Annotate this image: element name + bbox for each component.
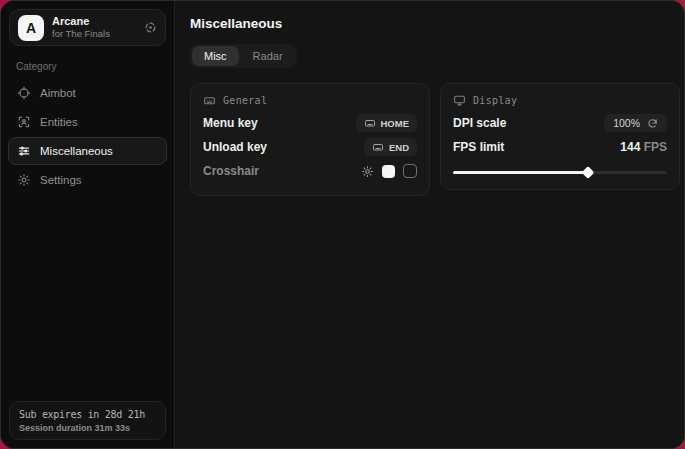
sidebar-item-label: Entities	[40, 116, 78, 128]
dpi-scale-label: DPI scale	[453, 116, 506, 130]
sidebar-item-settings[interactable]: Settings	[8, 166, 167, 194]
sidebar: A Arcane for The Finals Category	[1, 1, 175, 448]
unload-key-value: END	[389, 142, 409, 153]
dpi-scale-value: 100%	[613, 117, 640, 129]
crosshair-row: Crosshair	[203, 159, 417, 183]
main-content: Miscellaneous Misc Radar General Menu ke…	[175, 1, 685, 448]
sidebar-item-label: Aimbot	[40, 87, 76, 99]
unload-key-label: Unload key	[203, 140, 267, 154]
card-title: Display	[473, 95, 517, 106]
menu-key-value: HOME	[381, 118, 410, 129]
cards-row: General Menu key HOME Unload key	[190, 83, 680, 196]
crosshair-outline-swatch[interactable]	[403, 164, 417, 178]
display-card: Display DPI scale 100% FPS limit	[440, 83, 680, 190]
card-title: General	[223, 95, 267, 106]
sliders-icon	[17, 144, 31, 158]
entities-icon	[17, 115, 31, 129]
page-title: Miscellaneous	[190, 16, 680, 31]
keyboard-icon	[203, 94, 216, 107]
tab-misc[interactable]: Misc	[192, 46, 239, 66]
category-nav: Aimbot Entities Miscella	[1, 79, 174, 194]
fps-limit-slider[interactable]	[453, 168, 667, 177]
menu-key-label: Menu key	[203, 116, 258, 130]
brand-subtitle: for The Finals	[52, 28, 136, 39]
fps-slider-thumb[interactable]	[581, 166, 594, 179]
crosshair-label: Crosshair	[203, 164, 259, 178]
fps-unit: FPS	[644, 140, 667, 154]
menu-key-button[interactable]: HOME	[356, 114, 418, 132]
dpi-scale-row: DPI scale 100%	[453, 111, 667, 135]
sync-icon[interactable]	[144, 21, 157, 34]
sub-expires-text: Sub expires in 28d 21h	[19, 409, 156, 420]
crosshair-color-swatch[interactable]	[382, 165, 395, 178]
fps-slider-fill	[453, 171, 588, 174]
fps-limit-label: FPS limit	[453, 140, 504, 154]
sidebar-item-label: Miscellaneous	[40, 145, 113, 157]
sidebar-item-miscellaneous[interactable]: Miscellaneous	[8, 137, 167, 165]
tab-group: Misc Radar	[190, 44, 297, 68]
fps-limit-row: FPS limit 144 FPS	[453, 135, 667, 159]
brand-name: Arcane	[52, 15, 136, 28]
sidebar-item-entities[interactable]: Entities	[8, 108, 167, 136]
sidebar-item-label: Settings	[40, 174, 82, 186]
menu-key-row: Menu key HOME	[203, 111, 417, 135]
sidebar-item-aimbot[interactable]: Aimbot	[8, 79, 167, 107]
gear-icon	[17, 173, 31, 187]
general-card: General Menu key HOME Unload key	[190, 83, 430, 196]
tab-radar[interactable]: Radar	[241, 46, 295, 66]
monitor-icon	[453, 94, 466, 107]
crosshair-settings-gear-icon[interactable]	[361, 165, 374, 178]
keyboard-icon	[372, 141, 384, 153]
dpi-scale-select[interactable]: 100%	[604, 114, 667, 132]
app-window: A Arcane for The Finals Category	[0, 0, 685, 449]
session-duration-text: Session duration 31m 33s	[19, 423, 156, 433]
category-label: Category	[16, 61, 174, 72]
dropdown-refresh-icon	[647, 118, 658, 129]
fps-limit-value: 144	[620, 140, 640, 154]
keyboard-icon	[364, 117, 376, 129]
unload-key-row: Unload key END	[203, 135, 417, 159]
brand-logo: A	[18, 15, 44, 41]
brand-card: A Arcane for The Finals	[9, 9, 166, 46]
unload-key-button[interactable]: END	[364, 138, 417, 156]
crosshair-icon	[17, 86, 31, 100]
subscription-info-card: Sub expires in 28d 21h Session duration …	[9, 401, 166, 440]
